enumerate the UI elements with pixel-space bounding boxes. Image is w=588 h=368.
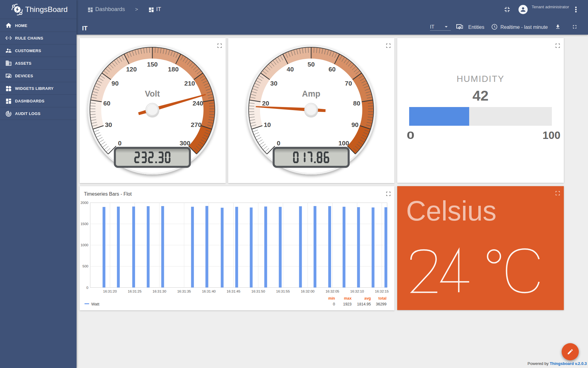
svg-text:16:32:00: 16:32:00	[301, 289, 315, 293]
svg-text:210: 210	[184, 80, 195, 87]
svg-text:1923: 1923	[343, 302, 352, 306]
svg-text:500: 500	[82, 264, 88, 268]
svg-text:120: 120	[126, 66, 137, 73]
svg-text:16:31:55: 16:31:55	[276, 289, 290, 293]
svg-text:60: 60	[329, 66, 336, 73]
svg-text:0: 0	[118, 140, 122, 147]
svg-text:16:31:25: 16:31:25	[128, 289, 141, 293]
svg-text:1000: 1000	[81, 243, 89, 247]
svg-text:16:31:30: 16:31:30	[153, 289, 166, 293]
svg-text:36299: 36299	[376, 302, 386, 306]
svg-text:10: 10	[264, 121, 271, 128]
svg-text:1500: 1500	[81, 222, 89, 226]
svg-text:240: 240	[193, 100, 203, 107]
svg-text:16:31:50: 16:31:50	[251, 289, 265, 293]
svg-text:16:31:20: 16:31:20	[103, 289, 117, 293]
svg-text:Amp: Amp	[302, 89, 320, 98]
svg-text:20: 20	[262, 100, 269, 107]
svg-text:16:32:15: 16:32:15	[375, 289, 389, 293]
svg-text:30: 30	[270, 80, 277, 87]
svg-text:16:31:35: 16:31:35	[177, 289, 191, 293]
svg-text:Watt: Watt	[91, 302, 100, 306]
svg-text:90: 90	[351, 121, 358, 128]
svg-text:0: 0	[86, 286, 88, 289]
svg-text:90: 90	[111, 80, 119, 87]
svg-text:min: min	[328, 296, 335, 301]
svg-text:16:31:45: 16:31:45	[227, 289, 240, 293]
svg-text:2000: 2000	[81, 201, 89, 205]
svg-text:max: max	[344, 296, 352, 301]
svg-text:16:32:05: 16:32:05	[326, 289, 339, 293]
svg-text:40: 40	[287, 66, 294, 73]
svg-text:180: 180	[168, 66, 179, 73]
svg-text:300: 300	[179, 140, 190, 147]
svg-text:30: 30	[105, 121, 112, 128]
svg-text:80: 80	[353, 100, 360, 107]
svg-text:150: 150	[147, 61, 158, 68]
svg-text:0: 0	[277, 140, 281, 147]
svg-text:avg: avg	[364, 296, 371, 301]
svg-text:270: 270	[191, 121, 202, 128]
svg-text:50: 50	[307, 61, 315, 68]
svg-text:total: total	[379, 296, 386, 301]
svg-text:Timeseries Bars - Flot: Timeseries Bars - Flot	[84, 191, 132, 197]
svg-text:1814.95: 1814.95	[357, 302, 371, 306]
svg-text:100: 100	[338, 140, 349, 147]
svg-text:0: 0	[333, 302, 335, 306]
svg-text:60: 60	[103, 100, 110, 107]
svg-text:16:31:40: 16:31:40	[202, 289, 216, 293]
svg-text:16:32:10: 16:32:10	[350, 289, 364, 293]
svg-text:70: 70	[345, 80, 352, 87]
svg-text:Volt: Volt	[145, 89, 160, 98]
